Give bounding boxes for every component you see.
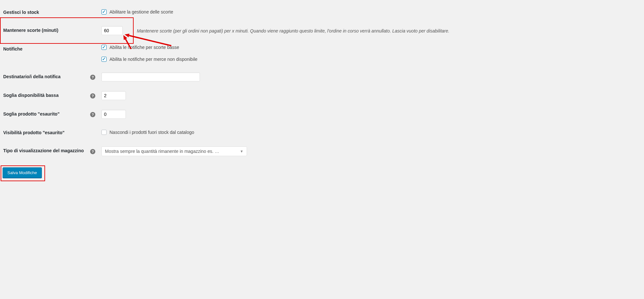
- help-icon[interactable]: ?: [90, 93, 95, 98]
- low-stock-threshold-input[interactable]: [101, 91, 126, 100]
- out-of-stock-threshold-input[interactable]: [101, 110, 126, 119]
- stock-display-format-value: Mostra sempre la quantità rimanente in m…: [105, 149, 219, 154]
- notification-recipient-input[interactable]: [101, 72, 200, 81]
- save-changes-button[interactable]: Salva Modifiche: [3, 167, 42, 178]
- label-low-stock-threshold: Soglia disponibilità bassa: [2, 86, 90, 105]
- chevron-down-icon: ▼: [240, 149, 243, 153]
- label-manage-stock: Gestisci lo stock: [2, 3, 90, 21]
- low-stock-notify-option[interactable]: Abilita le notifiche per scorte basse: [101, 45, 179, 50]
- help-icon[interactable]: ?: [90, 75, 95, 80]
- label-out-of-stock-threshold: Soglia prodotto "esaurito": [2, 105, 90, 124]
- label-notification-recipient: Destinatario/i della notifica: [2, 68, 90, 86]
- help-icon[interactable]: ?: [90, 149, 95, 154]
- out-of-stock-notify-option[interactable]: Abilita le notifiche per merce non dispo…: [101, 57, 197, 62]
- help-icon[interactable]: ?: [90, 112, 95, 117]
- label-stock-display-format: Tipo di visualizzazione del magazzino: [2, 142, 90, 161]
- hold-stock-description: Mantenere scorte (per gli ordini non pag…: [137, 28, 450, 33]
- manage-stock-option[interactable]: Abilitare la gestione delle scorte: [101, 9, 173, 14]
- manage-stock-checkbox-label: Abilitare la gestione delle scorte: [109, 9, 173, 14]
- label-hold-stock: Mantenere scorte (minuti): [2, 21, 90, 40]
- stock-display-format-select[interactable]: Mostra sempre la quantità rimanente in m…: [101, 146, 247, 156]
- low-stock-notify-checkbox[interactable]: [101, 45, 107, 50]
- hide-out-of-stock-checkbox[interactable]: [101, 130, 107, 135]
- out-of-stock-notify-checkbox[interactable]: [101, 57, 107, 62]
- hide-out-of-stock-option[interactable]: Nascondi i prodotti fuori stock dal cata…: [101, 130, 194, 135]
- label-notifications: Notifiche: [2, 40, 90, 68]
- hold-stock-input[interactable]: [101, 26, 123, 35]
- manage-stock-checkbox[interactable]: [101, 9, 107, 14]
- low-stock-notify-label: Abilita le notifiche per scorte basse: [109, 45, 179, 50]
- label-out-of-stock-visibility: Visibilità prodotto "esaurito": [2, 124, 90, 142]
- out-of-stock-notify-label: Abilita le notifiche per merce non dispo…: [109, 57, 197, 62]
- hide-out-of-stock-label: Nascondi i prodotti fuori stock dal cata…: [109, 130, 194, 135]
